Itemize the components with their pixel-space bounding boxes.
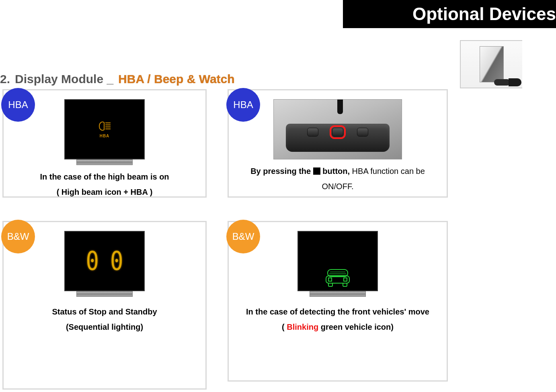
bw-badge-label: B&W	[7, 231, 29, 242]
hba-badge-label: HBA	[8, 99, 28, 110]
panel-tl-caption-line1: In the case of the high beam is on	[11, 169, 198, 184]
display-module-thumbnail-screen	[480, 46, 504, 82]
panel-tl-caption-line2: ( High beam icon + HBA )	[11, 184, 198, 200]
panel-tr-prefix: By pressing the	[250, 167, 313, 176]
high-beam-icon	[98, 121, 111, 131]
panel-br-blinking-word: Blinking	[287, 323, 318, 331]
panel-br-caption-line1: In the case of detecting the front vehic…	[236, 304, 439, 319]
panel-bl-caption-line1: Status of Stop and Standby	[11, 304, 198, 319]
display-module-base	[76, 291, 133, 297]
panel-bw-standby: B&W 0 0 Status of Stop and Standby (Sequ…	[2, 221, 207, 390]
panel-br-caption: In the case of detecting the front vehic…	[236, 304, 439, 335]
display-module-screen: HBA	[64, 99, 145, 159]
panel-bl-caption-line2: (Sequential lighting)	[11, 319, 198, 335]
section-banner-title: Optional Devices	[412, 4, 556, 24]
panel-bl-caption: Status of Stop and Standby (Sequential l…	[11, 304, 198, 335]
bw-badge-label: B&W	[232, 231, 254, 242]
device-button-center-highlighted	[332, 128, 343, 137]
svg-rect-9	[343, 283, 347, 286]
device-cable	[337, 100, 343, 114]
panel-bw-front-vehicle: B&W In the case of detecting the front v…	[228, 221, 448, 382]
display-module-thumbnail-base	[494, 78, 522, 87]
seven-segment-digit: 0	[110, 248, 123, 274]
display-module-screen	[297, 231, 378, 291]
hba-badge: HBA	[226, 88, 260, 122]
svg-rect-6	[328, 278, 332, 281]
display-module-mockup: HBA	[64, 99, 145, 165]
panel-tl-caption: In the case of the high beam is on ( Hig…	[11, 169, 198, 200]
section-heading: 2. Display Module _ HBA / Beep & Watch	[0, 72, 235, 86]
heading-title: Display Module _	[15, 72, 113, 86]
display-module-thumbnail	[460, 40, 522, 88]
display-module-screen: 0 0	[64, 231, 145, 291]
panel-tr-caption: By pressing the button, HBA function can…	[236, 163, 439, 194]
device-button-left	[307, 128, 318, 137]
panel-hba-button: HBA By pressing the button, HBA function…	[228, 89, 448, 198]
display-module-mockup	[297, 231, 378, 297]
panel-br-paren-open: (	[282, 323, 287, 331]
hba-screen-label: HBA	[100, 134, 110, 138]
seven-segment-digit: 0	[86, 248, 99, 274]
panel-hba-highbeam: HBA HBA In the case of the high beam is …	[2, 89, 207, 198]
svg-rect-7	[344, 278, 347, 281]
hba-badge: HBA	[1, 88, 35, 122]
display-module-mockup: 0 0	[64, 231, 145, 297]
device-button-right	[357, 128, 368, 137]
heading-number: 2.	[0, 72, 10, 86]
square-button-icon	[313, 167, 320, 175]
panel-tr-bold-after: button,	[320, 167, 350, 176]
bw-badge: B&W	[1, 220, 35, 253]
device-body	[286, 124, 390, 152]
svg-rect-8	[328, 283, 332, 286]
bw-badge: B&W	[226, 220, 260, 253]
display-module-base	[76, 159, 133, 165]
section-banner: Optional Devices	[343, 0, 556, 28]
heading-subtitle: HBA / Beep & Watch	[118, 72, 234, 86]
display-module-base	[310, 291, 366, 297]
camera-device-photo	[273, 99, 402, 159]
panel-br-paren-rest: green vehicle icon)	[318, 323, 394, 331]
vehicle-rear-icon	[324, 268, 351, 287]
hba-badge-label: HBA	[233, 99, 253, 110]
seven-segment-row: 0 0	[86, 250, 123, 272]
